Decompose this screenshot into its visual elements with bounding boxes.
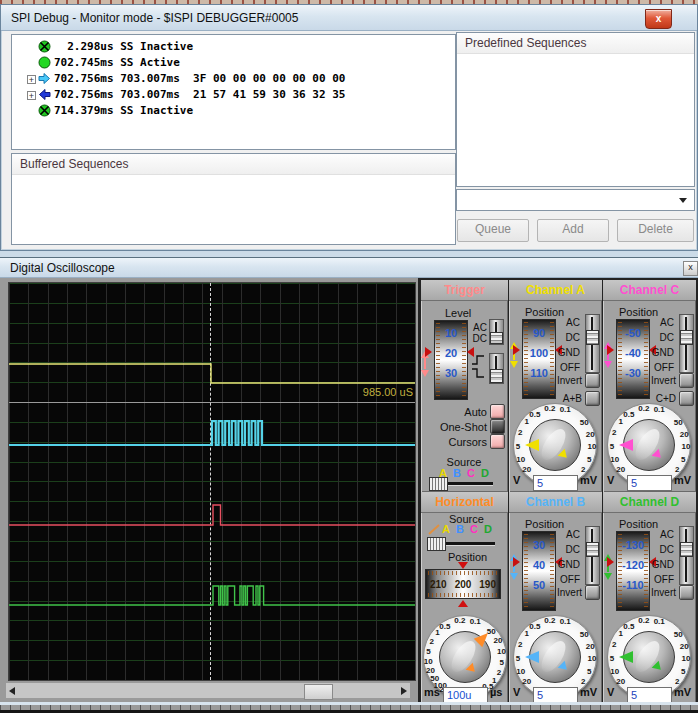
- tree-expand-button[interactable]: +: [27, 91, 36, 100]
- sequence-combo-box[interactable]: [456, 189, 695, 211]
- knob-pointer-icon: [525, 439, 539, 451]
- trigger-coupling-switch[interactable]: [489, 319, 504, 345]
- ramp-icon: [428, 523, 440, 537]
- source-b-label: B: [454, 523, 466, 535]
- horizontal-source-slider[interactable]: [427, 537, 495, 549]
- combo-value: [457, 194, 461, 206]
- coupling-switch[interactable]: [679, 314, 694, 373]
- scrollbar-thumb[interactable]: [304, 684, 333, 700]
- channel-a-title: Channel A: [509, 280, 602, 301]
- wheel-marker-left-icon: [607, 557, 614, 567]
- spi-event-row[interactable]: 2.298us SS Inactive: [12, 39, 455, 55]
- position-thumbwheel[interactable]: -50 -40 -30: [616, 319, 650, 399]
- ss-inactive-icon: [38, 104, 51, 117]
- spi-event-text: 702.745ms SS Active: [54, 56, 180, 69]
- dc-label: DC: [648, 332, 674, 343]
- horizontal-position-thumbwheel[interactable]: 210 200 190: [425, 569, 501, 599]
- one-shot-button[interactable]: [490, 419, 505, 434]
- invert-label: Invert: [549, 587, 582, 598]
- scroll-left-icon[interactable]: [9, 685, 23, 697]
- add-button[interactable]: Add: [537, 219, 609, 242]
- spi-titlebar[interactable]: SPI Debug - Monitor mode - $ISPI DEBUGGE…: [1, 5, 697, 31]
- gain-value[interactable]: 5: [627, 687, 672, 703]
- spi-event-row[interactable]: 702.745ms SS Active: [12, 55, 455, 71]
- spi-event-row[interactable]: + 702.756ms 703.007ms 3F 00 00 00 00 00 …: [12, 71, 455, 87]
- scope-display: 985.00 uS: [8, 282, 416, 681]
- position-marker-top-icon: [458, 562, 468, 569]
- gain-knob[interactable]: 0.5 0.2 0.1 50 20 10 5 2 1 2 5 10 20: [510, 403, 601, 491]
- scope-titlebar[interactable]: Digital Oscilloscope: [0, 258, 698, 278]
- spi-event-row[interactable]: 714.379ms SS Inactive: [12, 103, 455, 119]
- display-scrollbar[interactable]: [5, 682, 411, 699]
- channel-a-panel: Channel A Position 90 100 110 AC DC GND …: [509, 280, 602, 492]
- off-label: OFF: [648, 362, 674, 373]
- mv-unit-label: mV: [580, 686, 597, 698]
- position-thumbwheel[interactable]: 90 100 110: [522, 319, 556, 399]
- mv-unit-label: mV: [580, 474, 597, 486]
- horizontal-panel: Horizontal Source A B C D Position 210 2…: [421, 492, 508, 703]
- gain-value[interactable]: 5: [533, 687, 578, 703]
- timebase-value[interactable]: 100u: [443, 687, 488, 703]
- predefined-sequences-panel: Predefined Sequences: [456, 32, 695, 187]
- channel-d-title: Channel D: [603, 492, 696, 513]
- trigger-source-slider[interactable]: [429, 477, 493, 489]
- channel-c-title: Channel C: [603, 280, 696, 301]
- source-d-label: D: [482, 523, 494, 535]
- spi-event-text: 714.379ms SS Inactive: [54, 104, 193, 117]
- invert-button[interactable]: [585, 585, 600, 600]
- invert-button[interactable]: [679, 585, 694, 600]
- one-shot-label: One-Shot: [435, 421, 487, 433]
- spi-event-row[interactable]: + 702.756ms 703.007ms 21 57 41 59 30 36 …: [12, 87, 455, 103]
- chevron-down-icon: [679, 198, 687, 203]
- invert-label: Invert: [643, 375, 676, 386]
- tree-expand-button[interactable]: +: [27, 75, 36, 84]
- gnd-label: GND: [554, 559, 580, 570]
- delete-button[interactable]: Delete: [617, 219, 694, 242]
- gain-knob[interactable]: 0.5 0.2 0.1 50 20 10 5 2 1 2 5 10 20: [604, 615, 695, 703]
- spi-events-list[interactable]: 2.298us SS Inactive 702.745ms SS Active …: [11, 34, 456, 150]
- queue-button[interactable]: Queue: [457, 219, 529, 242]
- invert-button[interactable]: [585, 373, 600, 388]
- mv-unit-label: mV: [674, 474, 691, 486]
- spi-event-text: 2.298us SS Inactive: [54, 40, 193, 53]
- source-c-label: C: [468, 523, 480, 535]
- cursors-label: Cursors: [441, 436, 487, 448]
- ac-label: AC: [461, 322, 487, 333]
- dc-label: DC: [461, 333, 487, 344]
- coupling-switch[interactable]: [585, 314, 600, 373]
- cursor-time-label: 985.00 uS: [363, 386, 413, 398]
- dc-label: DC: [648, 544, 674, 555]
- position-thumbwheel[interactable]: 30 40 50: [522, 531, 556, 611]
- position-thumbwheel[interactable]: -130 -120 -110: [616, 531, 650, 611]
- buffered-sequences-header: Buffered Sequences: [12, 154, 455, 175]
- ac-label: AC: [554, 317, 580, 328]
- trigger-edge-switch[interactable]: [489, 353, 504, 384]
- us-unit-label: µs: [490, 686, 502, 698]
- falling-edge-icon: [471, 367, 485, 381]
- gain-knob[interactable]: 0.5 0.2 0.1 50 20 10 5 2 1 2 5 10 20: [604, 403, 695, 491]
- level-label: Level: [445, 307, 471, 319]
- dc-label: DC: [554, 332, 580, 343]
- gain-knob[interactable]: 0.5 0.2 0.1 50 20 10 5 2 1 2 5 10 20: [510, 615, 601, 703]
- timebase-knob[interactable]: 0.5 0.2 0.1 50 20 10 5 2 1 0.5 1 2 5 10 …: [422, 615, 513, 703]
- wheel-marker-left-icon: [607, 345, 614, 355]
- scope-client: 985.00 uS Trigger Level 10 20 30: [0, 278, 698, 703]
- gain-value[interactable]: 5: [533, 475, 578, 491]
- close-icon[interactable]: x: [683, 261, 698, 276]
- invert-label: Invert: [549, 375, 582, 386]
- cursors-button[interactable]: [490, 434, 505, 449]
- oscilloscope-window: Digital Oscilloscope x 985.00 uS Trigger…: [0, 257, 698, 702]
- buffered-sequences-panel: Buffered Sequences: [11, 153, 456, 245]
- gnd-label: GND: [648, 559, 674, 570]
- coupling-switch[interactable]: [679, 526, 694, 585]
- close-icon[interactable]: x: [645, 9, 672, 29]
- ac-label: AC: [648, 529, 674, 540]
- gain-value[interactable]: 5: [627, 475, 672, 491]
- ac-label: AC: [648, 317, 674, 328]
- coupling-switch[interactable]: [585, 526, 600, 585]
- invert-label: Invert: [643, 587, 676, 598]
- trigger-panel: Trigger Level 10 20 30 AC DC Auto One-Sh: [421, 280, 508, 492]
- invert-button[interactable]: [679, 373, 694, 388]
- scroll-right-icon[interactable]: [393, 685, 407, 697]
- auto-button[interactable]: [490, 404, 505, 419]
